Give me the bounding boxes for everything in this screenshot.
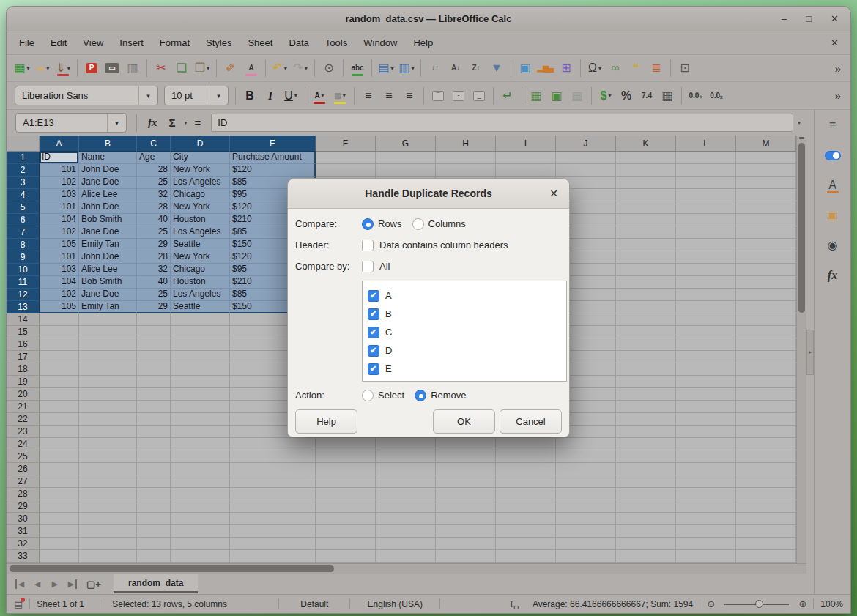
cell-C20[interactable] <box>137 388 171 401</box>
cell-A25[interactable] <box>40 450 79 463</box>
cell-A3[interactable]: 102 <box>40 177 79 189</box>
cell-I29[interactable] <box>496 500 556 513</box>
row-header-5[interactable]: 5 <box>7 201 40 214</box>
cell-B21[interactable] <box>79 401 137 413</box>
align-bottom-button[interactable]: _ <box>470 86 489 105</box>
column-header-B[interactable]: B <box>79 136 137 152</box>
cell-F1[interactable] <box>316 152 376 164</box>
cell-A27[interactable] <box>40 475 79 488</box>
row-header-4[interactable]: 4 <box>7 189 40 201</box>
highlighting-color-dropdown-icon[interactable]: ▾ <box>343 92 346 99</box>
row-header-1[interactable]: 1 <box>7 152 40 164</box>
redo-button[interactable]: ↷▾ <box>291 59 310 78</box>
cell-M22[interactable] <box>736 413 796 426</box>
cell-L22[interactable] <box>676 413 736 426</box>
row-header-7[interactable]: 7 <box>7 226 40 239</box>
cell-D30[interactable] <box>171 513 230 525</box>
print-preview-button[interactable]: ▥ <box>123 59 142 78</box>
clear-formatting-button[interactable]: A <box>242 59 261 78</box>
cell-M3[interactable] <box>736 177 796 189</box>
cell-J29[interactable] <box>556 500 616 513</box>
row-header-2[interactable]: 2 <box>7 164 40 177</box>
cell-D15[interactable] <box>171 326 230 338</box>
cell-H29[interactable] <box>436 500 496 513</box>
cell-E28[interactable] <box>230 488 316 500</box>
cell-D7[interactable]: Los Angeles <box>171 226 230 239</box>
save-button[interactable]: ⇓▾ <box>53 59 73 78</box>
cell-F32[interactable] <box>316 538 376 550</box>
paste-dropdown-icon[interactable]: ▾ <box>207 65 209 72</box>
cut-button[interactable]: ✂ <box>152 59 171 78</box>
cell-M17[interactable] <box>736 351 796 363</box>
cell-C4[interactable]: 32 <box>137 189 171 201</box>
cell-D25[interactable] <box>171 450 230 463</box>
cell-L2[interactable] <box>676 164 736 177</box>
cell-G1[interactable] <box>376 152 436 164</box>
column-header-E[interactable]: E <box>230 136 316 152</box>
cell-M7[interactable] <box>736 226 796 239</box>
cell-K19[interactable] <box>616 376 676 388</box>
cell-A11[interactable]: 104 <box>40 276 79 289</box>
row-header-10[interactable]: 10 <box>7 264 40 276</box>
row-header-11[interactable]: 11 <box>7 276 40 289</box>
menu-data[interactable]: Data <box>281 34 316 51</box>
merge-and-center-button[interactable]: ▦ <box>527 86 546 105</box>
cell-E1[interactable]: Purchase Amount <box>230 152 316 164</box>
cell-K4[interactable] <box>616 189 676 201</box>
cell-L18[interactable] <box>676 363 736 376</box>
compare-rows-radio[interactable] <box>362 218 374 230</box>
cell-A32[interactable] <box>40 538 79 550</box>
currency-button[interactable]: $▾ <box>596 86 615 105</box>
menu-tools[interactable]: Tools <box>317 34 355 51</box>
selection-statistics[interactable]: Average: 66.4166666666667; Sum: 1594 <box>533 599 693 609</box>
cell-L7[interactable] <box>676 226 736 239</box>
row-header-22[interactable]: 22 <box>7 413 40 426</box>
cell-F33[interactable] <box>316 550 376 563</box>
paste-button[interactable]: ❐▾ <box>193 59 212 78</box>
cell-H28[interactable] <box>436 488 496 500</box>
cell-M25[interactable] <box>736 450 796 463</box>
select-function-button[interactable]: Σ <box>165 116 180 129</box>
cell-K1[interactable] <box>616 152 676 164</box>
vertical-scrollbar-thumb[interactable] <box>798 143 805 313</box>
action-select-radio[interactable] <box>362 390 374 401</box>
cell-C13[interactable]: 29 <box>137 301 171 313</box>
cell-M32[interactable] <box>736 538 796 550</box>
cell-K7[interactable] <box>616 226 676 239</box>
sheet-tab-random_data[interactable]: random_data <box>114 574 198 593</box>
cell-A17[interactable] <box>40 351 79 363</box>
cell-M9[interactable] <box>736 251 796 264</box>
cell-L31[interactable] <box>676 525 736 538</box>
cell-F30[interactable] <box>316 513 376 525</box>
cell-K10[interactable] <box>616 264 676 276</box>
cell-K18[interactable] <box>616 363 676 376</box>
cell-B30[interactable] <box>79 513 137 525</box>
cell-I26[interactable] <box>496 463 556 475</box>
row-header-18[interactable]: 18 <box>7 363 40 376</box>
cell-L5[interactable] <box>676 201 736 214</box>
last-sheet-button[interactable]: ▶ <box>64 576 81 592</box>
undo-button[interactable]: ↶▾ <box>270 59 289 78</box>
cell-C30[interactable] <box>137 513 171 525</box>
insert-hyperlink-button[interactable]: ∞ <box>606 59 625 78</box>
title-bar[interactable]: random_data.csv — LibreOffice Calc –□✕ <box>7 7 850 31</box>
cell-L27[interactable] <box>676 475 736 488</box>
cell-A14[interactable] <box>40 313 79 326</box>
cell-E32[interactable] <box>230 538 316 550</box>
dialog-close-icon[interactable]: ✕ <box>549 188 558 199</box>
clone-formatting-button[interactable]: ✐ <box>221 59 240 78</box>
cell-B33[interactable] <box>79 550 137 563</box>
cell-F27[interactable] <box>316 475 376 488</box>
toolbar-overflow-icon[interactable]: » <box>831 89 845 102</box>
page-style[interactable]: Default <box>286 599 343 609</box>
sort-button[interactable]: ↓↑ <box>426 59 445 78</box>
cell-M16[interactable] <box>736 338 796 351</box>
cell-B6[interactable]: Bob Smith <box>79 214 137 226</box>
cell-M6[interactable] <box>736 214 796 226</box>
cell-J28[interactable] <box>556 488 616 500</box>
cell-A12[interactable]: 102 <box>40 289 79 301</box>
save-dropdown-icon[interactable]: ▾ <box>67 65 70 72</box>
cell-F25[interactable] <box>316 450 376 463</box>
cell-A2[interactable]: 101 <box>40 164 79 177</box>
cell-L24[interactable] <box>676 438 736 450</box>
